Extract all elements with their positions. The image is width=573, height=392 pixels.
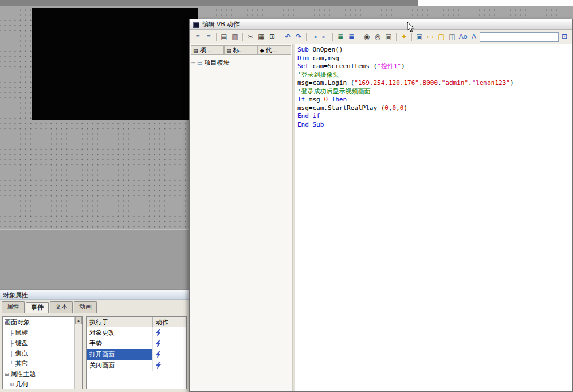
code-token: 8000 [423, 79, 438, 87]
folder-icon[interactable]: ▭ [425, 32, 435, 42]
code-line[interactable]: Dim cam,msg [297, 54, 571, 63]
font-style-icon[interactable]: Ao [458, 32, 468, 42]
event-row[interactable]: 手势 [87, 338, 186, 349]
mouse-cursor [407, 22, 415, 33]
event-action-cell[interactable] [153, 349, 186, 360]
print-preview-icon[interactable]: ▥ [230, 32, 240, 42]
top-white-strip [418, 0, 573, 6]
lightning-icon [156, 362, 162, 369]
object-label: 画面对象 [5, 319, 30, 326]
event-name: 手势 [87, 338, 153, 349]
uncomment-icon[interactable]: ≣ [346, 32, 356, 42]
code-token: ) [510, 79, 514, 87]
code-line[interactable]: If msg=0 Then [297, 96, 571, 104]
object-tree-item[interactable]: 画面对象 [3, 317, 74, 327]
event-name: 关闭画面 [87, 360, 153, 371]
code-line[interactable]: Sub OnOpen() [297, 46, 571, 54]
lightning-icon [156, 329, 162, 336]
code-token: '登录成功后显示视频画面 [297, 88, 371, 95]
code-token: '登录到摄像头 [297, 71, 339, 79]
font-icon[interactable]: A [469, 32, 479, 42]
toolbar-separator [216, 33, 217, 41]
vb-action-editor-dialog: 编辑 VB 动作 ≡≡▤▥✂▦⊞↶↷⇥⇤≣≣◉◎▣✦▣▭▢◫AoA ⊡ ▤项..… [189, 19, 573, 392]
object-label: 几何 [16, 381, 29, 387]
event-action-cell[interactable] [153, 360, 186, 371]
canvas-top-strip [0, 0, 418, 6]
find-next-icon[interactable]: ◎ [372, 32, 383, 42]
object-tree-item[interactable]: ├焦点 [3, 348, 74, 358]
project-tree-item[interactable]: ─▤项目模块 [191, 58, 291, 67]
code-line[interactable]: End Sub [297, 121, 571, 130]
code-token: , [438, 79, 442, 87]
object-tree-item[interactable]: ⊟属性主题 [3, 369, 74, 379]
code-token: Sub [297, 46, 309, 53]
print-icon[interactable]: ▤ [219, 32, 229, 42]
screen: 对象属性 属性事件文本动画 画面对象├鼠标├键盘├焦点└其它⊟属性主题⊞几何 ▲… [0, 0, 573, 392]
undo-icon[interactable]: ↶ [282, 32, 293, 42]
dialog-toolbar: ≡≡▤▥✂▦⊞↶↷⇥⇤≣≣◉◎▣✦▣▭▢◫AoA ⊡ [190, 30, 572, 44]
screen-list-icon[interactable]: ⊡ [559, 32, 570, 42]
object-label: 鼠标 [15, 329, 28, 336]
event-row[interactable]: 关闭画面 [87, 360, 186, 371]
dialog-titlebar[interactable]: 编辑 VB 动作 [190, 19, 572, 30]
find-icon[interactable]: ◉ [362, 32, 372, 42]
object-tree-item[interactable]: ├鼠标 [3, 327, 74, 338]
code-token: "控件1" [377, 62, 401, 70]
code-line[interactable]: End if [297, 112, 571, 121]
tab-events[interactable]: 事件 [26, 302, 49, 313]
frame-icon[interactable]: ◫ [447, 32, 457, 42]
code-token: cam,msg [309, 54, 339, 62]
code-line[interactable]: '登录到摄像头 [297, 71, 571, 80]
code-token: ) [403, 104, 407, 112]
toolbar-combobox[interactable] [480, 32, 559, 42]
validate-icon[interactable]: ≡ [193, 32, 203, 42]
window-icon[interactable]: ▢ [436, 32, 446, 42]
tab-text[interactable]: 文本 [50, 301, 73, 313]
toolbar-separator [280, 33, 280, 41]
event-row[interactable]: 打开画面 [87, 349, 186, 360]
code-line[interactable]: msg=cam.Login ("169.254.120.176",8000,"a… [297, 79, 571, 88]
event-row[interactable]: 对象更改 [87, 327, 186, 338]
tab-code[interactable]: ◆代... [258, 45, 291, 55]
editor-left-pane: ▤项...▤标...◆代... ─▤项目模块 [190, 44, 293, 391]
scroll-up-button[interactable]: ▲ [75, 317, 82, 324]
code-token: msg= [305, 96, 324, 103]
text-caret [321, 112, 321, 119]
tree-glyph: ├ [10, 330, 13, 336]
comment-icon[interactable]: ≣ [335, 32, 346, 42]
list-icon[interactable]: ≡ [203, 32, 214, 42]
code-line[interactable]: '登录成功后显示视频画面 [297, 88, 571, 96]
code-line[interactable]: msg=cam.StartRealPlay (0,0,0) [297, 104, 571, 113]
paste-icon[interactable]: ⊞ [267, 32, 277, 42]
tab-animation[interactable]: 动画 [74, 301, 97, 313]
indent-icon[interactable]: ⇥ [309, 32, 319, 42]
event-action-cell[interactable] [153, 338, 186, 349]
canvas-black-rectangle[interactable] [32, 8, 198, 120]
module-icon: ▤ [197, 60, 202, 66]
code-token: End if [297, 112, 320, 120]
tab-properties[interactable]: 属性 [2, 301, 25, 313]
copy-icon[interactable]: ▦ [256, 32, 266, 42]
dialog-icon [193, 22, 199, 28]
tab-labels[interactable]: ▤标... [224, 45, 257, 55]
project-tree[interactable]: ─▤项目模块 [190, 55, 292, 391]
object-tree-item[interactable]: ├键盘 [3, 338, 74, 348]
outdent-icon[interactable]: ⇤ [320, 32, 330, 42]
cut-icon[interactable]: ✂ [245, 32, 256, 42]
object-browser-icon[interactable]: ▣ [414, 32, 425, 42]
code-editor[interactable]: Sub OnOpen()Dim cam,msgSet cam=ScreenIte… [295, 44, 572, 391]
event-action-cell[interactable] [153, 327, 186, 338]
code-line[interactable]: Set cam=ScreenItems ("控件1") [297, 62, 571, 71]
object-list-scrollbar[interactable]: ▲ [74, 317, 82, 389]
object-tree-item[interactable]: ⊞几何 [3, 379, 74, 389]
code-token: msg=cam.Login ( [297, 79, 354, 87]
tab-project[interactable]: ▤项... [191, 45, 224, 55]
column-header-trigger: 执行于 [87, 317, 153, 327]
object-tree-list[interactable]: 画面对象├鼠标├键盘├焦点└其它⊟属性主题⊞几何 ▲ [2, 316, 83, 389]
redo-icon[interactable]: ↷ [293, 32, 304, 42]
object-tree-item[interactable]: └其它 [3, 358, 74, 369]
bookmark-icon[interactable]: ▣ [383, 32, 394, 42]
event-name: 对象更改 [87, 327, 153, 338]
object-label: 其它 [15, 360, 28, 367]
tab-code-icon: ◆ [260, 48, 264, 53]
